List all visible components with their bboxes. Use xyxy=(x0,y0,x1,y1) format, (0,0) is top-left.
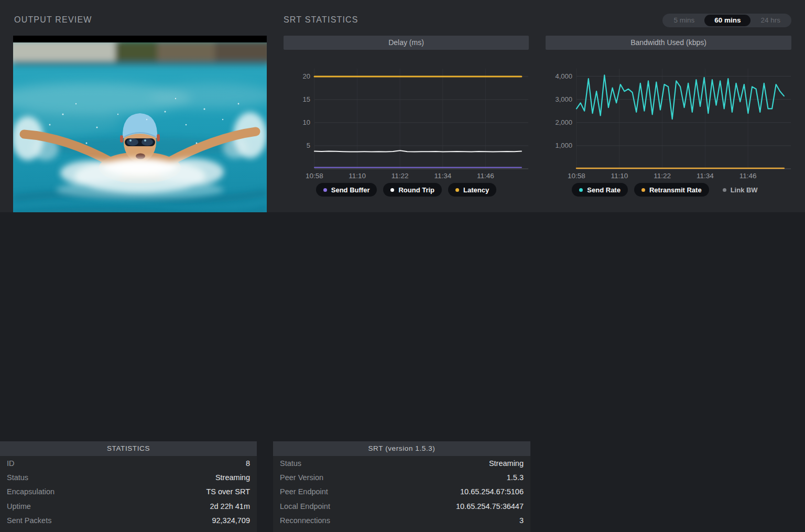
bandwidth-chart-legend: Send RateRetransmit RateLink BW xyxy=(546,183,791,197)
row-value: 8 xyxy=(246,459,250,468)
srt-statistics-title: SRT STATISTICS xyxy=(284,15,358,25)
delay-chart: 10:5811:1011:2211:3411:465101520 xyxy=(284,50,529,181)
srt-table: SRT (version 1.5.3) StatusStreamingPeer … xyxy=(273,441,530,532)
svg-text:3,000: 3,000 xyxy=(555,95,572,103)
row-value: 1.5.3 xyxy=(507,473,524,482)
svg-text:11:34: 11:34 xyxy=(697,172,714,180)
row-value: 2d 22h 41m xyxy=(210,502,250,511)
svg-text:11:46: 11:46 xyxy=(739,172,757,180)
svg-text:11:34: 11:34 xyxy=(434,172,451,180)
bandwidth-chart-title: Bandwidth Used (kbps) xyxy=(546,36,791,50)
legend-item-latency[interactable]: Latency xyxy=(448,183,496,197)
bandwidth-chart-panel: Bandwidth Used (kbps) 10:5811:1011:2211:… xyxy=(546,36,791,197)
statistics-table: STATISTICS ID8StatusStreamingEncapsulati… xyxy=(0,441,257,532)
row-label: ID xyxy=(7,459,15,468)
legend-item-round-trip[interactable]: Round Trip xyxy=(383,183,442,197)
legend-dot xyxy=(723,188,726,192)
srt-table-body: StatusStreamingPeer Version1.5.3Peer End… xyxy=(273,456,530,532)
legend-item-send-rate[interactable]: Send Rate xyxy=(572,183,628,197)
svg-text:1,000: 1,000 xyxy=(555,142,572,149)
svg-text:11:46: 11:46 xyxy=(477,172,494,180)
legend-label: Latency xyxy=(463,186,489,194)
table-row: Peer Version1.5.3 xyxy=(273,470,530,484)
time-range-option-60-mins[interactable]: 60 mins xyxy=(704,15,750,26)
output-review-title: OUTPUT REVIEW xyxy=(14,15,92,25)
legend-dot xyxy=(641,188,645,192)
table-row: ID8 xyxy=(0,456,257,470)
row-label: Sent Packets xyxy=(7,516,51,525)
time-range-selector: 5 mins60 mins24 hrs xyxy=(662,14,791,27)
table-row: Sent Bytes110,612,600,940 xyxy=(0,528,257,532)
swimmer-preview-image xyxy=(13,36,267,224)
legend-label: Send Buffer xyxy=(331,186,370,194)
svg-text:4,000: 4,000 xyxy=(555,72,572,80)
legend-dot xyxy=(455,188,459,192)
row-label: Status xyxy=(7,473,28,482)
statistics-table-title: STATISTICS xyxy=(0,441,257,456)
svg-text:2,000: 2,000 xyxy=(555,118,572,126)
time-range-option-24-hrs[interactable]: 24 hrs xyxy=(750,15,790,26)
table-row: Peer Endpoint10.65.254.67:5106 xyxy=(273,485,530,499)
output-preview-video xyxy=(13,36,267,224)
legend-label: Retransmit Rate xyxy=(649,186,702,194)
row-label: Peer Endpoint xyxy=(280,487,328,496)
delay-chart-title: Delay (ms) xyxy=(284,36,529,50)
table-row: Uptime2d 22h 41m xyxy=(0,499,257,513)
legend-dot xyxy=(390,188,394,192)
svg-text:11:22: 11:22 xyxy=(654,172,671,180)
svg-text:15: 15 xyxy=(303,95,310,103)
legend-label: Round Trip xyxy=(398,186,434,194)
svg-text:10:58: 10:58 xyxy=(306,172,323,180)
delay-chart-panel: Delay (ms) 10:5811:1011:2211:3411:465101… xyxy=(284,36,529,197)
row-value: TS over SRT xyxy=(206,487,250,496)
row-label: Encapsulation xyxy=(7,487,55,496)
row-value: 10.65.254.75:36447 xyxy=(456,502,524,511)
svg-text:10: 10 xyxy=(303,118,310,126)
row-label: Peer Version xyxy=(280,473,323,482)
row-label: Uptime xyxy=(7,502,31,511)
row-value: 92,324,709 xyxy=(212,516,250,525)
table-row: EncapsulationTS over SRT xyxy=(0,485,257,499)
row-value: Streaming xyxy=(489,459,524,468)
table-row: Sent Packets92,324,709 xyxy=(0,514,257,528)
statistics-table-body: ID8StatusStreamingEncapsulationTS over S… xyxy=(0,456,257,532)
charts-section: OUTPUT REVIEW SRT STATISTICS 5 mins60 mi… xyxy=(0,0,805,212)
svg-text:11:22: 11:22 xyxy=(391,172,409,180)
table-row: Local Endpoint10.65.254.75:36447 xyxy=(273,499,530,513)
srt-dashboard: OUTPUT REVIEW SRT STATISTICS 5 mins60 mi… xyxy=(0,0,805,532)
svg-text:20: 20 xyxy=(303,72,310,80)
table-row: Local Port36447 xyxy=(273,528,530,532)
svg-text:10:58: 10:58 xyxy=(568,172,585,180)
legend-label: Send Rate xyxy=(587,186,621,194)
table-row: StatusStreaming xyxy=(0,470,257,484)
row-value: Streaming xyxy=(215,473,250,482)
time-range-option-5-mins[interactable]: 5 mins xyxy=(663,15,704,26)
delay-chart-legend: Send BufferRound TripLatency xyxy=(284,183,529,197)
legend-label: Link BW xyxy=(731,186,758,194)
row-value: 3 xyxy=(519,516,524,525)
legend-item-retransmit-rate[interactable]: Retransmit Rate xyxy=(634,183,709,197)
svg-text:11:10: 11:10 xyxy=(611,172,628,180)
row-label: Local Endpoint xyxy=(280,502,330,511)
legend-item-link-bw[interactable]: Link BW xyxy=(715,183,765,197)
row-value: 10.65.254.67:5106 xyxy=(460,487,524,496)
svg-text:11:10: 11:10 xyxy=(349,172,366,180)
svg-text:5: 5 xyxy=(307,142,310,149)
table-row: StatusStreaming xyxy=(273,456,530,470)
legend-dot xyxy=(323,188,327,192)
row-label: Reconnections xyxy=(280,516,330,525)
table-row: Reconnections3 xyxy=(273,514,530,528)
legend-item-send-buffer[interactable]: Send Buffer xyxy=(316,183,377,197)
srt-table-title: SRT (version 1.5.3) xyxy=(273,441,530,456)
row-label: Status xyxy=(280,459,301,468)
bandwidth-chart: 10:5811:1011:2211:3411:461,0002,0003,000… xyxy=(546,50,791,181)
tables-section: STATISTICS ID8StatusStreamingEncapsulati… xyxy=(0,212,805,532)
legend-dot xyxy=(579,188,583,192)
